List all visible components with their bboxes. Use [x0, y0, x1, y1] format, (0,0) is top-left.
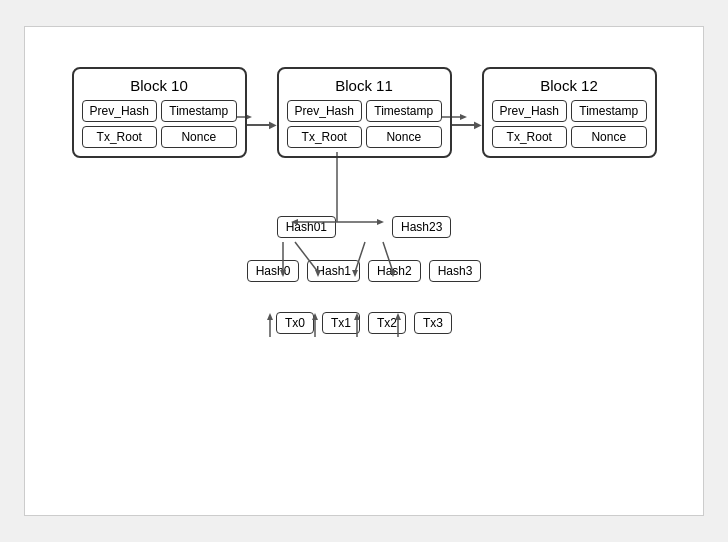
block-12-tx-root: Tx_Root [492, 126, 568, 148]
block-12-fields: Prev_Hash Timestamp Tx_Root Nonce [492, 100, 647, 148]
hash2-box: Hash2 [368, 260, 421, 282]
block-10-fields: Prev_Hash Timestamp Tx_Root Nonce [82, 100, 237, 148]
block-10: Block 10 Prev_Hash Timestamp Tx_Root Non… [72, 67, 247, 158]
arrow-line-11-12 [452, 119, 482, 130]
block-12: Block 12 Prev_Hash Timestamp Tx_Root Non… [482, 67, 657, 158]
merkle-section: Hash01 Hash23 Hash0 Hash1 Hash2 Hash3 Tx… [45, 176, 683, 334]
hash0-box: Hash0 [247, 260, 300, 282]
merkle-level1: Hash0 Hash1 Hash2 Hash3 [247, 260, 482, 282]
arrow-10-11 [247, 67, 277, 130]
block-11-nonce: Nonce [366, 126, 442, 148]
block-12-timestamp: Timestamp [571, 100, 647, 122]
block-11: Block 11 Prev_Hash Timestamp Tx_Root Non… [277, 67, 452, 158]
block-12-nonce: Nonce [571, 126, 647, 148]
block-11-prev-hash: Prev_Hash [287, 100, 363, 122]
hash1-box: Hash1 [307, 260, 360, 282]
blocks-row: Block 10 Prev_Hash Timestamp Tx_Root Non… [45, 67, 683, 158]
block-10-tx-root: Tx_Root [82, 126, 158, 148]
block-11-fields: Prev_Hash Timestamp Tx_Root Nonce [287, 100, 442, 148]
tx1-box: Tx1 [322, 312, 360, 334]
diagram-container: Block 10 Prev_Hash Timestamp Tx_Root Non… [24, 26, 704, 516]
block-11-timestamp: Timestamp [366, 100, 442, 122]
hash23-box: Hash23 [392, 216, 451, 238]
block-10-title: Block 10 [82, 77, 237, 94]
merkle-level2: Hash01 Hash23 [219, 216, 510, 238]
block-11-tx-root: Tx_Root [287, 126, 363, 148]
arrow-line-10-11 [247, 119, 277, 130]
merkle-level0: Tx0 Tx1 Tx2 Tx3 [276, 312, 452, 334]
block-10-nonce: Nonce [161, 126, 237, 148]
hash01-box: Hash01 [277, 216, 336, 238]
tx2-box: Tx2 [368, 312, 406, 334]
block-12-title: Block 12 [492, 77, 647, 94]
block-12-prev-hash: Prev_Hash [492, 100, 568, 122]
arrow-11-12 [452, 67, 482, 130]
tx0-box: Tx0 [276, 312, 314, 334]
block-10-prev-hash: Prev_Hash [82, 100, 158, 122]
hash3-box: Hash3 [429, 260, 482, 282]
tx3-box: Tx3 [414, 312, 452, 334]
block-11-title: Block 11 [287, 77, 442, 94]
block-10-timestamp: Timestamp [161, 100, 237, 122]
